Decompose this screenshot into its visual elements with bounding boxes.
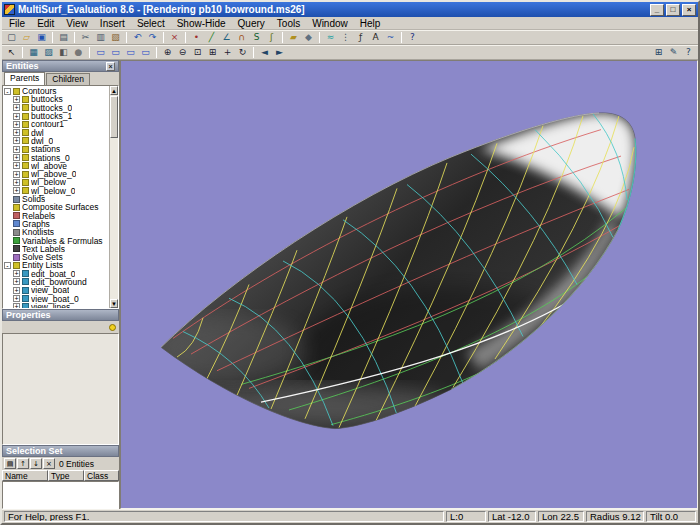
tree-item-graphs[interactable]: +Graphs: [3, 220, 109, 228]
shaded-mode-button[interactable]: ◧: [56, 46, 71, 59]
curve-tool-button[interactable]: S: [249, 31, 264, 44]
menu-item-show-hide[interactable]: Show-Hide: [171, 17, 232, 30]
pan-button[interactable]: +: [220, 46, 235, 59]
menu-item-insert[interactable]: Insert: [94, 17, 131, 30]
knotlist-tool-button[interactable]: ⋮: [338, 31, 353, 44]
hidden-line-mode-button[interactable]: ▨: [41, 46, 56, 59]
menu-item-edit[interactable]: Edit: [31, 17, 60, 30]
view-perspective-button[interactable]: ▭: [138, 46, 153, 59]
expand-icon[interactable]: +: [13, 278, 20, 285]
redo-button[interactable]: ↷: [145, 31, 160, 44]
new-file-button[interactable]: ▢: [4, 31, 19, 44]
expand-icon[interactable]: +: [13, 154, 20, 161]
expand-icon[interactable]: +: [13, 295, 20, 302]
view-beam-button[interactable]: ▭: [108, 46, 123, 59]
zoom-window-button[interactable]: ⊡: [190, 46, 205, 59]
print-button[interactable]: ▤: [56, 31, 71, 44]
expand-icon[interactable]: +: [13, 129, 20, 136]
cut-button[interactable]: ✂: [78, 31, 93, 44]
arc-tool-button[interactable]: ∩: [234, 31, 249, 44]
tab-children[interactable]: Children: [46, 73, 90, 85]
tree-item-wl-below-0[interactable]: +wl_below_0: [3, 187, 109, 195]
tree-item-view-lines[interactable]: +view_lines: [3, 303, 109, 308]
column-header-class[interactable]: Class: [84, 470, 119, 481]
expand-icon[interactable]: +: [13, 162, 20, 169]
selection-list-icon[interactable]: ▤: [4, 458, 16, 469]
edit-options-button[interactable]: ✎: [666, 46, 681, 59]
scrollbar-thumb[interactable]: [110, 96, 118, 138]
tab-parents[interactable]: Parents: [4, 72, 45, 85]
select-cursor-button[interactable]: ↖: [4, 46, 19, 59]
zoom-out-button[interactable]: ⊖: [175, 46, 190, 59]
surface-tool-button[interactable]: ▰: [286, 31, 301, 44]
expand-icon[interactable]: +: [13, 171, 20, 178]
menu-item-window[interactable]: Window: [306, 17, 354, 30]
zoom-all-button[interactable]: ⊞: [205, 46, 220, 59]
text-label-tool-button[interactable]: A: [368, 31, 383, 44]
close-icon[interactable]: ×: [106, 62, 115, 71]
scrollbar-track[interactable]: [110, 138, 118, 299]
expand-icon[interactable]: +: [13, 187, 20, 194]
menu-item-help[interactable]: Help: [354, 17, 387, 30]
graph-tool-button[interactable]: ~: [383, 31, 398, 44]
open-file-button[interactable]: ▱: [19, 31, 34, 44]
rendered-mode-button[interactable]: ●: [71, 46, 86, 59]
expand-icon[interactable]: +: [13, 303, 20, 308]
paste-button[interactable]: ▧: [108, 31, 123, 44]
menu-item-file[interactable]: File: [3, 17, 31, 30]
menu-item-select[interactable]: Select: [131, 17, 171, 30]
contours-tool-button[interactable]: ≈: [323, 31, 338, 44]
column-header-type[interactable]: Type: [48, 470, 84, 481]
expand-icon[interactable]: +: [13, 113, 20, 120]
expand-icon[interactable]: +: [13, 137, 20, 144]
wireframe-mode-button[interactable]: ▦: [26, 46, 41, 59]
tree-item-contour1[interactable]: +contour1: [3, 120, 109, 128]
menu-item-query[interactable]: Query: [232, 17, 271, 30]
collapse-icon[interactable]: -: [4, 88, 11, 95]
column-header-name[interactable]: Name: [2, 470, 48, 481]
close-button[interactable]: ×: [682, 4, 696, 16]
tree-item-dwl[interactable]: +dwl: [3, 128, 109, 136]
point-tool-button[interactable]: •: [189, 31, 204, 44]
zoom-in-button[interactable]: ⊕: [160, 46, 175, 59]
save-button[interactable]: ▣: [34, 31, 49, 44]
undo-button[interactable]: ↶: [130, 31, 145, 44]
menu-item-tools[interactable]: Tools: [271, 17, 306, 30]
copy-button[interactable]: ▥: [93, 31, 108, 44]
selection-remove-icon[interactable]: ×: [43, 458, 55, 469]
selection-move-down-icon[interactable]: ↓: [30, 458, 42, 469]
expand-icon[interactable]: +: [13, 146, 20, 153]
snake-tool-button[interactable]: ʃ: [264, 31, 279, 44]
expand-icon[interactable]: +: [13, 121, 20, 128]
variables-tool-button[interactable]: ƒ: [353, 31, 368, 44]
expand-icon[interactable]: +: [13, 179, 20, 186]
previous-view-button[interactable]: ◄: [257, 46, 272, 59]
solid-tool-button[interactable]: ◆: [301, 31, 316, 44]
line-tool-button[interactable]: ╱: [204, 31, 219, 44]
tree-item-relabels[interactable]: +Relabels: [3, 211, 109, 219]
expand-icon[interactable]: +: [13, 104, 20, 111]
help-button[interactable]: ?: [405, 31, 420, 44]
bulb-icon[interactable]: [109, 324, 116, 331]
selection-move-up-icon[interactable]: ↑: [17, 458, 29, 469]
view-bow-button[interactable]: ▭: [93, 46, 108, 59]
render-viewport[interactable]: [120, 60, 698, 509]
delete-button[interactable]: ×: [167, 31, 182, 44]
expand-icon[interactable]: +: [13, 270, 20, 277]
view-deck-button[interactable]: ▭: [123, 46, 138, 59]
menu-item-view[interactable]: View: [60, 17, 94, 30]
collapse-icon[interactable]: -: [4, 262, 11, 269]
scroll-up-icon[interactable]: ▲: [110, 86, 118, 95]
minimize-button[interactable]: _: [650, 4, 664, 16]
rotate-view-button[interactable]: ↻: [235, 46, 250, 59]
polyline-tool-button[interactable]: ∠: [219, 31, 234, 44]
scroll-down-icon[interactable]: ▼: [110, 299, 118, 308]
maximize-button[interactable]: □: [666, 4, 680, 16]
next-view-button[interactable]: ►: [272, 46, 287, 59]
expand-icon[interactable]: +: [13, 96, 20, 103]
expand-icon[interactable]: +: [13, 287, 20, 294]
tree-item-composite-surfaces[interactable]: +Composite Surfaces: [3, 203, 109, 211]
context-help-button[interactable]: ?: [681, 46, 696, 59]
tree-scrollbar[interactable]: ▲ ▼: [109, 86, 118, 308]
grid-settings-button[interactable]: ⊞: [651, 46, 666, 59]
